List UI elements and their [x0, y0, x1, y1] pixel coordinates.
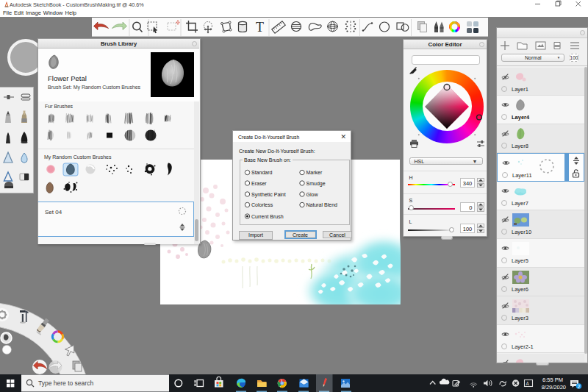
- svg-text:A: A: [526, 381, 530, 386]
- svg-text:6:55 PM: 6:55 PM: [542, 377, 563, 383]
- svg-text:2: 2: [578, 384, 581, 389]
- svg-text:8/29/2020: 8/29/2020: [542, 384, 566, 391]
- svg-text:Type here to search: Type here to search: [38, 379, 93, 387]
- svg-text:T: T: [256, 20, 264, 35]
